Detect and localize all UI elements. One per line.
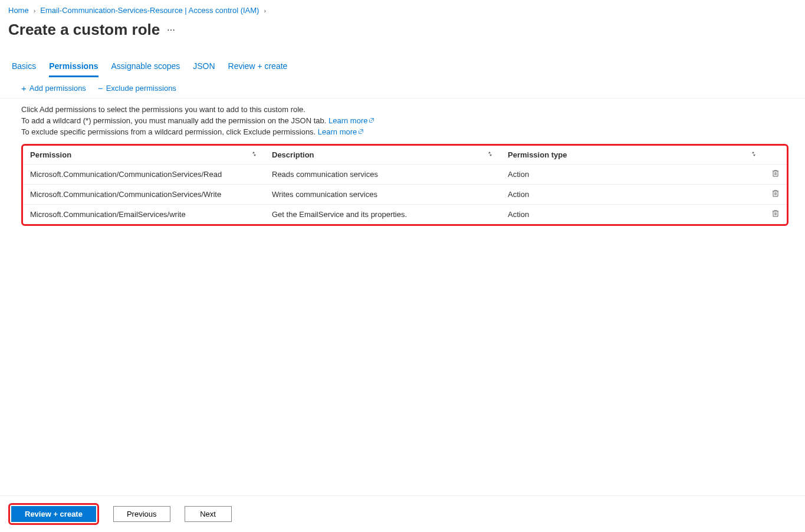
minus-icon: − xyxy=(98,83,103,93)
chevron-right-icon: › xyxy=(264,7,266,14)
breadcrumb-link-home[interactable]: Home xyxy=(8,6,29,15)
add-permissions-button[interactable]: + Add permissions xyxy=(21,83,86,93)
help-line-3: To exclude specific permissions from a w… xyxy=(21,127,784,138)
add-permissions-label: Add permissions xyxy=(29,84,86,93)
next-button[interactable]: Next xyxy=(185,506,232,522)
cell-type: Action xyxy=(501,164,764,184)
column-header-description[interactable]: Description xyxy=(265,146,501,165)
permissions-table: Permission Description Permission type xyxy=(23,146,787,224)
page-title: Create a custom role xyxy=(8,21,160,39)
tab-json[interactable]: JSON xyxy=(193,61,215,77)
column-header-actions xyxy=(764,146,787,165)
learn-more-label: Learn more xyxy=(328,116,367,125)
page-title-row: Create a custom role ⋯ xyxy=(0,18,805,45)
help-line-3-text: To exclude specific permissions from a w… xyxy=(21,127,318,136)
more-icon[interactable]: ⋯ xyxy=(167,25,176,35)
cell-description: Writes communication services xyxy=(265,184,501,204)
footer: Review + create Previous Next xyxy=(0,495,805,532)
tabs: Basics Permissions Assignable scopes JSO… xyxy=(0,45,805,77)
column-header-type-label: Permission type xyxy=(508,150,567,159)
cell-type: Action xyxy=(501,204,764,224)
learn-more-label: Learn more xyxy=(318,127,357,136)
column-header-permission[interactable]: Permission xyxy=(23,146,265,165)
sort-icon xyxy=(750,150,757,159)
tab-assignable-scopes[interactable]: Assignable scopes xyxy=(111,61,180,77)
trash-icon[interactable] xyxy=(771,170,780,179)
tab-permissions[interactable]: Permissions xyxy=(49,61,98,77)
external-link-icon xyxy=(358,127,364,133)
plus-icon: + xyxy=(21,83,27,93)
sort-icon xyxy=(487,150,494,159)
external-link-icon xyxy=(369,116,374,121)
learn-more-link-2[interactable]: Learn more xyxy=(318,127,364,136)
help-line-2-text: To add a wildcard (*) permission, you mu… xyxy=(21,116,328,125)
cell-permission: Microsoft.Communication/CommunicationSer… xyxy=(23,184,265,204)
trash-icon[interactable] xyxy=(771,191,780,199)
column-header-permission-label: Permission xyxy=(30,150,71,159)
table-row: Microsoft.Communication/CommunicationSer… xyxy=(23,164,787,184)
table-header-row: Permission Description Permission type xyxy=(23,146,787,165)
learn-more-link-1[interactable]: Learn more xyxy=(328,116,374,125)
cell-description: Get the EmailService and its properties. xyxy=(265,204,501,224)
tab-review-create[interactable]: Review + create xyxy=(228,61,288,77)
help-text: Click Add permissions to select the perm… xyxy=(0,98,805,140)
cell-type: Action xyxy=(501,184,764,204)
exclude-permissions-label: Exclude permissions xyxy=(106,84,176,93)
tab-basics[interactable]: Basics xyxy=(12,61,36,77)
previous-button[interactable]: Previous xyxy=(113,506,170,522)
chevron-right-icon: › xyxy=(34,7,36,14)
column-header-description-label: Description xyxy=(272,150,314,159)
breadcrumb-link-resource[interactable]: Email-Communication-Services-Resource | … xyxy=(40,6,259,15)
toolbar: + Add permissions − Exclude permissions xyxy=(0,77,805,98)
column-header-type[interactable]: Permission type xyxy=(501,146,764,165)
exclude-permissions-button[interactable]: − Exclude permissions xyxy=(98,83,176,93)
trash-icon[interactable] xyxy=(771,211,780,219)
review-create-highlight: Review + create xyxy=(8,503,99,525)
sort-icon xyxy=(251,150,258,159)
help-line-1: Click Add permissions to select the perm… xyxy=(21,104,784,116)
cell-permission: Microsoft.Communication/EmailServices/wr… xyxy=(23,204,265,224)
breadcrumb: Home › Email-Communication-Services-Reso… xyxy=(0,0,805,18)
help-line-2: To add a wildcard (*) permission, you mu… xyxy=(21,116,784,127)
cell-permission: Microsoft.Communication/CommunicationSer… xyxy=(23,164,265,184)
table-row: Microsoft.Communication/EmailServices/wr… xyxy=(23,204,787,224)
cell-description: Reads communication services xyxy=(265,164,501,184)
review-create-button[interactable]: Review + create xyxy=(11,506,96,522)
permissions-table-highlight: Permission Description Permission type xyxy=(21,144,788,226)
table-row: Microsoft.Communication/CommunicationSer… xyxy=(23,184,787,204)
